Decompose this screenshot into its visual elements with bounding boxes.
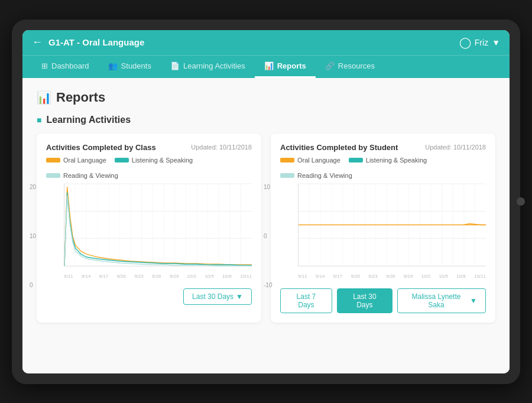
chart-class-ylabels: 20 10 0 (30, 184, 36, 288)
students-icon: 👥 (108, 61, 118, 70)
section-title: Learning Activities (46, 115, 131, 125)
user-menu[interactable]: ◯ Friz ▼ (459, 36, 500, 49)
chart-class-title: Activities Completed by Class (46, 143, 156, 152)
nav-label-students: Students (121, 61, 151, 70)
page-title-row: 📊 Reports (37, 90, 495, 105)
chart-student-area (298, 184, 486, 266)
legend-oral-color (46, 158, 60, 162)
chart-class-xlabels: 9/119/149/179/209/239/269/2910/210/510/8… (64, 274, 252, 279)
nav-bar: ⊞ Dashboard 👥 Students 📄 Learning Activi… (22, 55, 510, 78)
btn-30days-label: Last 30 Days (353, 292, 376, 309)
chart-student-footer: Last 7 Days Last 30 Days Malissa Lynette… (280, 288, 486, 313)
section-title-row: ■ Learning Activities (37, 115, 495, 125)
chart-student-legend: Oral Language Listening & Speaking Readi… (280, 157, 486, 179)
user-name: Friz (475, 38, 488, 47)
learning-icon: 📄 (170, 61, 180, 70)
chart-class-header: Activities Completed by Class Updated: 1… (46, 143, 252, 152)
nav-label-dashboard: Dashboard (51, 61, 89, 70)
legend2-oral: Oral Language (280, 157, 340, 164)
charts-row: Activities Completed by Class Updated: 1… (37, 134, 495, 323)
legend-oral-label: Oral Language (63, 157, 106, 164)
page-content: 📊 Reports ■ Learning Activities Activiti… (22, 78, 510, 373)
filter-dropdown-icon: ▼ (236, 292, 243, 301)
chart-class-updated: Updated: 10/11/2018 (191, 144, 252, 151)
nav-label-learning: Learning Activities (183, 61, 245, 70)
chart-class-filter-button[interactable]: Last 30 Days ▼ (183, 288, 252, 305)
chart-student-wrapper: 10 0 -10 (280, 184, 486, 288)
chart-student-ylabels: 10 0 -10 (264, 184, 272, 288)
legend2-listening-label: Listening & Speaking (366, 157, 427, 164)
chart-class: Activities Completed by Class Updated: 1… (37, 134, 261, 323)
chart-student-xlabels: 9/119/149/179/209/239/269/2910/210/510/8… (298, 274, 486, 279)
chart-student-svg (299, 184, 486, 266)
reports-icon: 📊 (264, 61, 274, 70)
home-indicator[interactable] (517, 197, 525, 206)
legend2-listening-color (349, 158, 363, 162)
resources-icon: 🔗 (325, 61, 335, 70)
chart-student-7days-button[interactable]: Last 7 Days (280, 288, 332, 313)
legend-listening: Listening & Speaking (115, 157, 193, 164)
section-icon: ■ (37, 115, 41, 125)
chart-class-area (64, 184, 252, 266)
chart-student-header: Activities Completed by Student Updated:… (280, 143, 486, 152)
legend-oral: Oral Language (46, 157, 106, 164)
legend-listening-label: Listening & Speaking (132, 157, 193, 164)
chart-student-title: Activities Completed by Student (280, 143, 398, 152)
chart-class-legend: Oral Language Listening & Speaking Readi… (46, 157, 252, 179)
chart-class-wrapper: 20 10 0 (46, 184, 252, 288)
nav-label-reports: Reports (277, 61, 306, 70)
top-bar: ← G1-AT - Oral Language ◯ Friz ▼ (22, 30, 510, 55)
legend2-oral-label: Oral Language (297, 157, 340, 164)
app-title: G1-AT - Oral Language (48, 37, 144, 47)
nav-label-resources: Resources (338, 61, 375, 70)
page-title: Reports (56, 90, 105, 105)
legend-reading-color (46, 173, 60, 178)
chart-class-footer: Last 30 Days ▼ (46, 288, 252, 305)
reports-page-icon: 📊 (37, 90, 51, 105)
nav-item-learning[interactable]: 📄 Learning Activities (161, 56, 255, 78)
legend2-oral-color (280, 158, 294, 162)
chart-student-updated: Updated: 10/11/2018 (425, 144, 486, 151)
user-dropdown-icon: ▼ (492, 38, 500, 47)
dashboard-icon: ⊞ (41, 61, 48, 70)
chart-class-filter-label: Last 30 Days (192, 292, 233, 301)
chart-class-svg (64, 184, 252, 266)
student-select-label: Malissa Lynette Saka (406, 292, 466, 309)
legend-listening-color (115, 158, 129, 162)
btn-7days-label: Last 7 Days (289, 292, 323, 309)
legend-reading-label: Reading & Viewing (63, 172, 118, 179)
legend2-reading-label: Reading & Viewing (297, 172, 352, 179)
student-dropdown-icon: ▼ (470, 297, 477, 305)
legend2-listening: Listening & Speaking (349, 157, 427, 164)
legend2-reading: Reading & Viewing (280, 172, 352, 179)
chart-student-30days-button[interactable]: Last 30 Days (337, 288, 392, 313)
legend-reading: Reading & Viewing (46, 172, 118, 179)
chart-student: Activities Completed by Student Updated:… (271, 134, 495, 323)
back-button[interactable]: ← (32, 36, 43, 48)
chart-student-student-button[interactable]: Malissa Lynette Saka ▼ (397, 288, 486, 313)
nav-item-students[interactable]: 👥 Students (99, 56, 161, 78)
nav-item-dashboard[interactable]: ⊞ Dashboard (32, 56, 99, 78)
legend2-reading-color (280, 173, 294, 178)
user-avatar-icon: ◯ (459, 36, 471, 49)
nav-item-reports[interactable]: 📊 Reports (255, 56, 316, 78)
nav-item-resources[interactable]: 🔗 Resources (316, 56, 384, 78)
